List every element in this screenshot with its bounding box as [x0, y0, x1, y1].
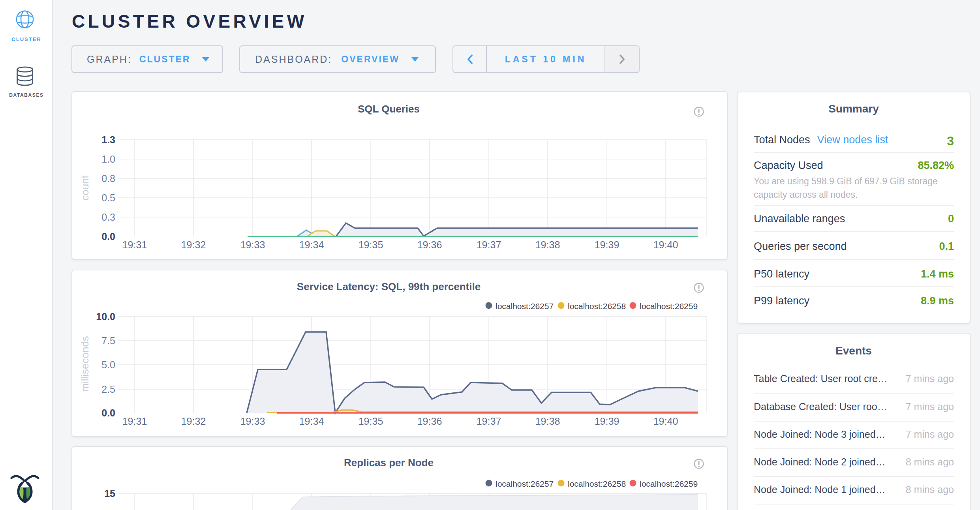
svg-text:0.3: 0.3	[101, 212, 115, 223]
svg-text:19:36: 19:36	[417, 239, 442, 250]
svg-text:localhost:26259: localhost:26259	[640, 479, 698, 488]
svg-text:localhost:26258: localhost:26258	[568, 302, 626, 311]
svg-text:19:35: 19:35	[359, 416, 383, 427]
svg-text:localhost:26257: localhost:26257	[496, 302, 554, 311]
svg-text:19:40: 19:40	[653, 239, 678, 250]
svg-text:19:37: 19:37	[477, 239, 501, 250]
svg-text:1.0: 1.0	[101, 154, 115, 165]
svg-text:1.3: 1.3	[101, 134, 115, 145]
svg-text:0.5: 0.5	[101, 192, 115, 203]
svg-text:19:39: 19:39	[595, 239, 620, 250]
svg-text:localhost:26258: localhost:26258	[568, 479, 626, 488]
svg-text:5.0: 5.0	[101, 359, 115, 370]
svg-text:19:31: 19:31	[122, 416, 147, 427]
svg-text:19:39: 19:39	[595, 416, 620, 427]
svg-text:7.5: 7.5	[101, 335, 115, 346]
svg-text:19:38: 19:38	[535, 416, 560, 427]
svg-text:19:34: 19:34	[299, 416, 324, 427]
svg-text:localhost:26257: localhost:26257	[496, 479, 554, 488]
svg-text:milliseconds: milliseconds	[79, 336, 91, 392]
svg-text:19:33: 19:33	[240, 416, 265, 427]
svg-text:0.8: 0.8	[101, 173, 115, 184]
svg-text:19:32: 19:32	[181, 239, 206, 250]
svg-text:count: count	[79, 175, 91, 200]
svg-text:19:38: 19:38	[535, 239, 560, 250]
svg-text:10.0: 10.0	[96, 311, 115, 322]
svg-text:19:36: 19:36	[417, 416, 442, 427]
svg-text:19:35: 19:35	[359, 239, 383, 250]
svg-text:19:33: 19:33	[240, 239, 265, 250]
svg-text:19:37: 19:37	[477, 416, 501, 427]
svg-text:0.0: 0.0	[101, 407, 115, 418]
svg-text:2.5: 2.5	[101, 384, 115, 395]
svg-text:19:34: 19:34	[299, 239, 324, 250]
svg-text:localhost:26259: localhost:26259	[640, 302, 698, 311]
svg-text:0.0: 0.0	[101, 231, 115, 242]
svg-text:19:31: 19:31	[122, 239, 147, 250]
svg-text:19:32: 19:32	[181, 416, 206, 427]
svg-text:15: 15	[104, 488, 115, 499]
svg-text:19:40: 19:40	[653, 416, 678, 427]
